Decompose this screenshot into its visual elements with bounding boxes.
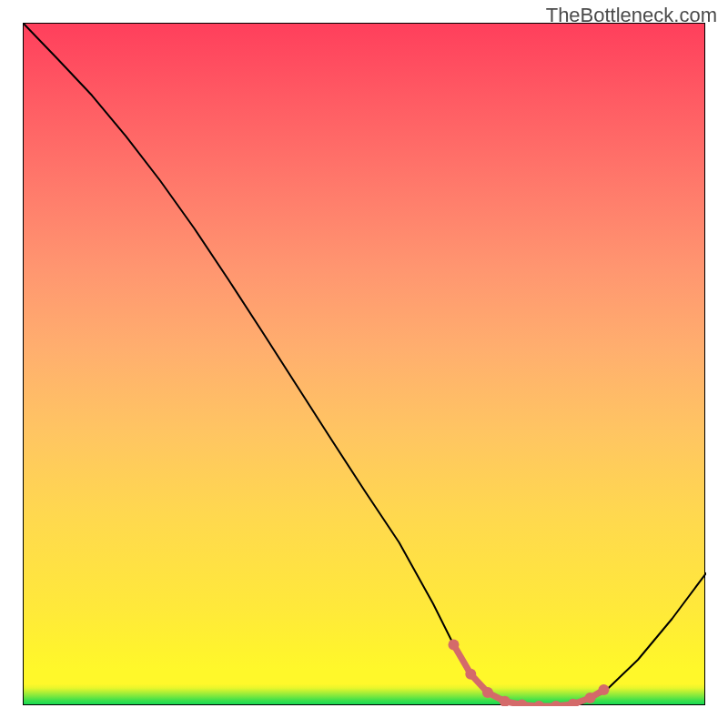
optimal-region-dots: [449, 640, 610, 707]
optimal-point-marker: [599, 684, 610, 695]
optimal-region-line: [454, 645, 604, 707]
optimal-point-marker: [449, 640, 460, 651]
optimal-point-marker: [465, 669, 476, 680]
chart-svg: [24, 24, 706, 706]
main-curve-line: [24, 24, 706, 706]
optimal-point-marker: [517, 700, 528, 707]
attribution-text: TheBottleneck.com: [546, 4, 717, 27]
chart-container: TheBottleneck.com: [0, 0, 728, 728]
optimal-point-marker: [585, 693, 596, 703]
optimal-point-marker: [551, 701, 561, 706]
plot-area: [23, 23, 705, 705]
optimal-point-marker: [533, 701, 544, 706]
optimal-point-marker: [482, 687, 493, 698]
